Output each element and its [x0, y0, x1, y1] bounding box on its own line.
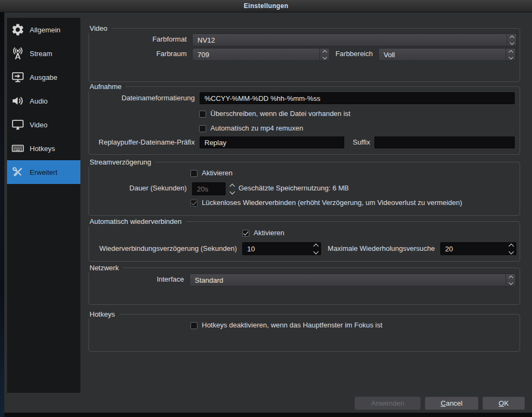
overwrite-label: Überschreiben, wenn die Datei vorhanden …: [210, 110, 350, 118]
overwrite-row: Überschreiben, wenn die Datei vorhanden …: [199, 110, 350, 118]
reconnect-enable-checkbox[interactable]: [242, 230, 249, 237]
streamdelay-enable-checkbox[interactable]: [190, 170, 197, 177]
group-title: Video: [88, 24, 112, 33]
settings-dialog: Allgemein Stream: [4, 12, 532, 413]
max-retries-spinbox: [440, 242, 516, 255]
combo-chevrons-icon: [506, 274, 515, 286]
suffix-input[interactable]: [374, 136, 515, 148]
memory-estimate-text: Geschätzte Speichernutzung: 6 MB: [238, 182, 349, 194]
farbraum-label: Farbraum: [89, 48, 187, 60]
sidebar-item-audio[interactable]: Audio: [7, 89, 80, 113]
spinner-chevrons-icon[interactable]: [506, 243, 516, 255]
group-streamverzoegerung: Streamverzögerung Aktivieren Dauer (Seku…: [88, 162, 520, 216]
suffix-label: Suffix: [349, 136, 370, 148]
settings-category-list: Allgemein Stream: [7, 18, 80, 393]
group-video: Video Farbformat NV12 Farbraum 709 Farbb…: [88, 28, 520, 82]
sidebar-item-erweitert[interactable]: Erweitert: [7, 160, 80, 184]
reconnect-delay-input[interactable]: [243, 245, 311, 253]
hotkey-focus-row: Hotkeys deaktivieren, wenn das Hauptfens…: [190, 321, 383, 330]
sidebar-item-label: Ausgabe: [30, 73, 57, 81]
farbformat-label: Farbformat: [89, 33, 187, 45]
sidebar-item-label: Audio: [30, 97, 47, 105]
duration-spinbox: [192, 182, 226, 195]
apply-button: Anwenden: [354, 397, 421, 410]
preserve-reconnect-row: Lückenloses Wiederverbinden (erhöht Verz…: [190, 199, 462, 207]
combo-chevrons-icon: [319, 49, 329, 60]
preserve-reconnect-checkbox: [190, 200, 197, 207]
farbformat-value: NV12: [193, 36, 507, 44]
sidebar-item-video[interactable]: Video: [7, 113, 80, 136]
reconnect-delay-label: Wiederverbindungsverzögerung (Sekunden): [89, 243, 237, 255]
sidebar-item-label: Stream: [30, 50, 52, 58]
desktop-background-strip: [0, 0, 4, 417]
interface-label: Interface: [89, 274, 184, 285]
duration-input: [193, 185, 225, 193]
settings-window: Einstellungen Allgemein: [0, 0, 532, 417]
tools-icon: [11, 165, 25, 179]
farbraum-value: 709: [193, 51, 319, 59]
overwrite-checkbox[interactable]: [199, 111, 206, 118]
hotkey-focus-label: Hotkeys deaktivieren, wenn das Hauptfens…: [202, 321, 383, 330]
group-wiederverbinden: Automatisch wiederverbinden Aktivieren W…: [88, 221, 520, 262]
interface-value: Standard: [190, 276, 506, 284]
hotkey-focus-checkbox[interactable]: [190, 322, 197, 329]
max-retries-input[interactable]: [441, 245, 506, 253]
spinner-chevrons-icon[interactable]: [311, 243, 320, 255]
filename-format-input[interactable]: [200, 92, 515, 104]
group-title: Hotkeys: [88, 310, 119, 319]
spinner-chevrons-icon: [227, 182, 237, 195]
group-title: Automatisch wiederverbinden: [88, 217, 186, 226]
gear-icon: [11, 23, 25, 37]
group-title: Netzwerk: [88, 263, 123, 272]
group-netzwerk: Netzwerk Interface Standard: [88, 268, 520, 305]
sidebar-item-allgemein[interactable]: Allgemein: [7, 18, 80, 42]
monitor-icon: [11, 118, 25, 132]
window-titlebar[interactable]: Einstellungen: [0, 0, 532, 12]
reconnect-enable-row: Aktivieren: [242, 229, 284, 237]
sidebar-item-ausgabe[interactable]: Ausgabe: [7, 65, 80, 89]
sidebar-item-label: Video: [30, 121, 47, 129]
speaker-icon: [11, 94, 25, 108]
preserve-reconnect-label: Lückenloses Wiederverbinden (erhöht Verz…: [202, 199, 462, 207]
farbbereich-value: Voll: [379, 51, 506, 59]
cancel-button[interactable]: Cancel: [425, 397, 479, 410]
reconnect-delay-spinbox: [242, 242, 321, 255]
group-title: Streamverzögerung: [88, 158, 155, 167]
farbraum-select[interactable]: 709: [192, 48, 330, 61]
filename-format-label: Dateinameformatierung: [89, 92, 195, 104]
sidebar-item-hotkeys[interactable]: Hotkeys: [7, 136, 80, 160]
sidebar-item-label: Erweitert: [30, 168, 57, 176]
remux-checkbox[interactable]: [199, 125, 206, 132]
group-hotkeys: Hotkeys Hotkeys deaktivieren, wenn das H…: [88, 314, 520, 352]
group-title: Aufnahme: [88, 82, 126, 91]
group-aufnahme: Aufnahme Dateinameformatierung Überschre…: [88, 86, 520, 155]
streamdelay-enable-label: Aktivieren: [202, 169, 233, 177]
broadcast-icon: [11, 46, 25, 60]
sidebar-item-label: Hotkeys: [30, 145, 55, 153]
combo-chevrons-icon: [507, 34, 516, 46]
ok-button[interactable]: OK: [482, 397, 525, 410]
window-title: Einstellungen: [244, 2, 289, 10]
farbbereich-select[interactable]: Voll: [378, 48, 516, 61]
replay-prefix-input[interactable]: [200, 136, 344, 148]
sidebar-item-label: Allgemein: [30, 26, 60, 34]
combo-chevrons-icon: [506, 49, 515, 60]
reconnect-enable-label: Aktivieren: [254, 229, 284, 237]
duration-label: Dauer (Sekunden): [89, 182, 187, 194]
keyboard-icon: [11, 141, 25, 155]
remux-row: Automatisch zu mp4 remuxen: [199, 124, 303, 133]
sidebar-item-stream[interactable]: Stream: [7, 42, 80, 65]
output-monitor-icon: [11, 70, 25, 84]
interface-select[interactable]: Standard: [189, 274, 516, 286]
max-retries-label: Maximale Wiederholungsversuche: [324, 243, 435, 255]
farbbereich-label: Farbbereich: [330, 48, 373, 60]
replay-prefix-label: Replaypuffer-Dateiname-Präfix: [89, 136, 195, 148]
farbformat-select[interactable]: NV12: [192, 33, 517, 46]
remux-label: Automatisch zu mp4 remuxen: [210, 124, 303, 133]
streamdelay-enable-row: Aktivieren: [190, 169, 233, 177]
